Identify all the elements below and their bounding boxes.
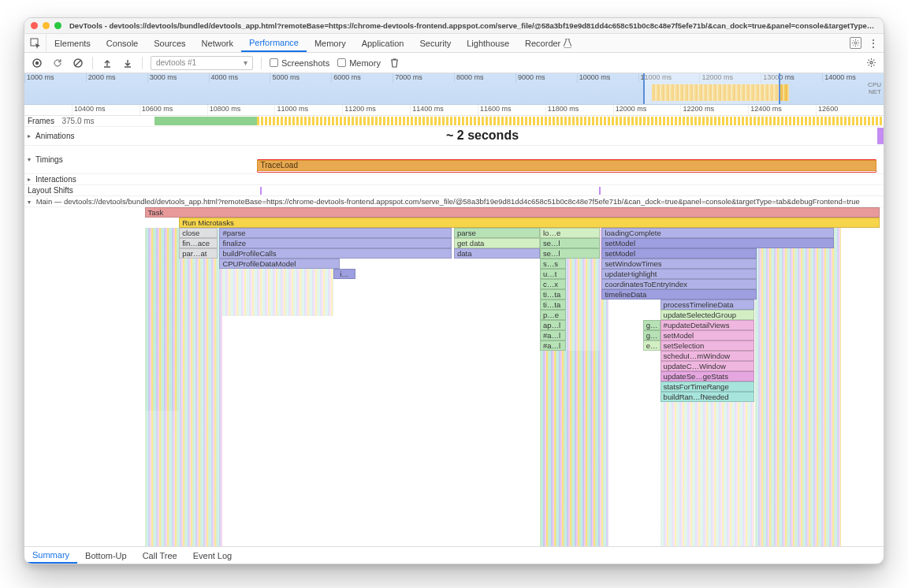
memory-checkbox[interactable]: Memory bbox=[337, 58, 381, 68]
chevron-down-icon: ▾ bbox=[244, 58, 247, 67]
ruler-tick: 10600 ms bbox=[140, 105, 207, 115]
download-icon[interactable] bbox=[121, 57, 134, 69]
flame-entry[interactable]: #a…l bbox=[540, 330, 566, 341]
flame-entry[interactable]: i… bbox=[333, 269, 355, 279]
close-icon[interactable] bbox=[31, 22, 38, 29]
flame-entry[interactable]: setSelection bbox=[661, 341, 755, 351]
flame-entry[interactable]: updateSelectedGroup bbox=[661, 310, 755, 320]
tab-recorder[interactable]: Recorder bbox=[517, 34, 579, 52]
flame-entry[interactable]: s…s bbox=[540, 259, 566, 269]
flame-entry[interactable]: loadingComplete bbox=[601, 228, 833, 238]
flame-entry[interactable]: setWindowTimes bbox=[601, 259, 756, 269]
tab-recorder-label: Recorder bbox=[525, 39, 560, 48]
flame-entry[interactable]: setModel bbox=[601, 238, 833, 248]
flame-entry[interactable]: buildRan…fNeeded bbox=[661, 392, 755, 402]
flame-entry[interactable]: updateHighlight bbox=[601, 269, 756, 279]
main-thread-header[interactable]: ▾ Main — devtools://devtools/bundled/dev… bbox=[24, 196, 884, 207]
tab-console[interactable]: Console bbox=[99, 34, 146, 52]
flame-entry[interactable]: processTimelineData bbox=[661, 300, 755, 310]
flame-entry[interactable]: se…l bbox=[540, 248, 600, 259]
frames-track[interactable]: Frames 375.0 ms bbox=[24, 116, 884, 127]
overview-tick: 10000 ms bbox=[577, 73, 638, 83]
flame-entry[interactable]: finalize bbox=[219, 238, 451, 248]
flame-entry[interactable]: scheduI…mWindow bbox=[661, 351, 755, 361]
flame-entry[interactable]: ti…ta bbox=[540, 289, 566, 300]
flame-entry[interactable]: #parse bbox=[219, 228, 451, 238]
flame-entry[interactable]: g… bbox=[643, 320, 661, 330]
flame-entry[interactable]: CPUProfileDataModel bbox=[219, 259, 340, 269]
flame-entry[interactable]: e… bbox=[643, 341, 661, 351]
flame-entry[interactable]: g… bbox=[643, 330, 661, 341]
flame-entry[interactable]: fin…ace bbox=[179, 238, 218, 248]
reload-icon[interactable] bbox=[51, 57, 64, 69]
upload-icon[interactable] bbox=[101, 57, 114, 69]
overview-tick: 2000 ms bbox=[86, 73, 147, 83]
interactions-track[interactable]: ▸Interactions bbox=[24, 174, 884, 185]
flame-entry[interactable]: get data bbox=[454, 238, 540, 248]
trash-icon[interactable] bbox=[389, 57, 401, 69]
screenshots-checkbox[interactable]: Screenshots bbox=[270, 58, 329, 68]
frames-value: 375.0 ms bbox=[61, 117, 94, 125]
overview-selection[interactable] bbox=[643, 73, 780, 104]
tab-lighthouse[interactable]: Lighthouse bbox=[459, 34, 517, 52]
flame-entry[interactable]: buildProfileCalls bbox=[219, 248, 451, 259]
svg-point-6 bbox=[869, 61, 872, 64]
screenshots-label: Screenshots bbox=[281, 58, 329, 68]
maximize-icon[interactable] bbox=[54, 22, 61, 29]
clear-icon[interactable] bbox=[72, 57, 84, 69]
layout-shifts-track[interactable]: Layout Shifts bbox=[24, 185, 884, 196]
expand-icon[interactable]: ▸ bbox=[28, 176, 34, 183]
tab-security[interactable]: Security bbox=[411, 34, 459, 52]
flame-chart[interactable]: Task Run Microtasks close #parse parse l… bbox=[24, 207, 884, 546]
timeline-overview[interactable]: 1000 ms 2000 ms 3000 ms 4000 ms 5000 ms … bbox=[24, 73, 884, 105]
tab-calltree[interactable]: Call Tree bbox=[135, 547, 185, 564]
kebab-icon[interactable]: ⋮ bbox=[868, 39, 879, 47]
flame-entry[interactable]: ap…l bbox=[540, 320, 566, 330]
flame-entry[interactable]: coordinatesToEntryIndex bbox=[601, 279, 756, 289]
flame-entry[interactable]: par…at bbox=[179, 248, 218, 259]
flame-entry[interactable]: setModel bbox=[661, 330, 755, 341]
flame-tail-stripe bbox=[222, 269, 334, 316]
flame-entry[interactable]: setModel bbox=[601, 248, 756, 259]
flame-entry[interactable]: data bbox=[454, 248, 540, 259]
tab-bottomup[interactable]: Bottom-Up bbox=[77, 547, 135, 564]
panel-tabs: Elements Console Sources Network Perform… bbox=[24, 34, 884, 53]
flame-entry[interactable]: updateC…Window bbox=[661, 361, 755, 371]
flame-entry[interactable]: #updateDetailViews bbox=[661, 320, 755, 330]
flame-entry[interactable]: p…e bbox=[540, 310, 566, 320]
flame-tail-stripe bbox=[661, 402, 755, 546]
panel-settings-icon[interactable] bbox=[865, 57, 877, 69]
flame-entry[interactable]: updateSe…geStats bbox=[661, 371, 755, 381]
time-ruler[interactable]: 10400 ms 10600 ms 10800 ms 11000 ms 1120… bbox=[24, 105, 884, 116]
collapse-icon[interactable]: ▾ bbox=[28, 199, 34, 206]
settings-icon[interactable] bbox=[850, 37, 861, 49]
tab-eventlog[interactable]: Event Log bbox=[185, 547, 240, 564]
record-icon[interactable] bbox=[31, 57, 43, 69]
tab-network[interactable]: Network bbox=[194, 34, 241, 52]
expand-icon[interactable]: ▸ bbox=[28, 132, 34, 140]
flame-task[interactable]: Task bbox=[145, 207, 880, 218]
flame-entry[interactable]: timelineData bbox=[601, 289, 756, 300]
collapse-icon[interactable]: ▾ bbox=[28, 156, 34, 163]
flame-entry[interactable]: statsForTimeRange bbox=[661, 381, 755, 392]
tab-elements[interactable]: Elements bbox=[47, 34, 99, 52]
flame-entry[interactable]: parse bbox=[454, 228, 540, 238]
inspect-element-icon[interactable] bbox=[24, 34, 47, 52]
flame-entry[interactable]: se…l bbox=[540, 238, 600, 248]
flame-entry[interactable]: close bbox=[179, 228, 218, 238]
tab-performance[interactable]: Performance bbox=[241, 34, 307, 52]
traceload-bar[interactable]: TraceLoad bbox=[257, 160, 876, 171]
flame-entry[interactable]: lo…e bbox=[540, 228, 600, 238]
flame-entry[interactable]: #a…l bbox=[540, 341, 566, 351]
tab-summary[interactable]: Summary bbox=[24, 547, 77, 564]
minimize-icon[interactable] bbox=[43, 22, 50, 29]
tab-sources[interactable]: Sources bbox=[146, 34, 193, 52]
flame-entry[interactable]: c…x bbox=[540, 279, 566, 289]
flame-microtasks[interactable]: Run Microtasks bbox=[179, 218, 879, 228]
tab-memory[interactable]: Memory bbox=[307, 34, 354, 52]
session-select[interactable]: devtools #1 ▾ bbox=[151, 56, 253, 70]
tab-application[interactable]: Application bbox=[354, 34, 412, 52]
timings-track[interactable]: ▾Timings ~ 2 seconds TraceLoad bbox=[24, 146, 884, 174]
flame-entry[interactable]: u…t bbox=[540, 269, 566, 279]
flame-entry[interactable]: ti…ta bbox=[540, 300, 566, 310]
